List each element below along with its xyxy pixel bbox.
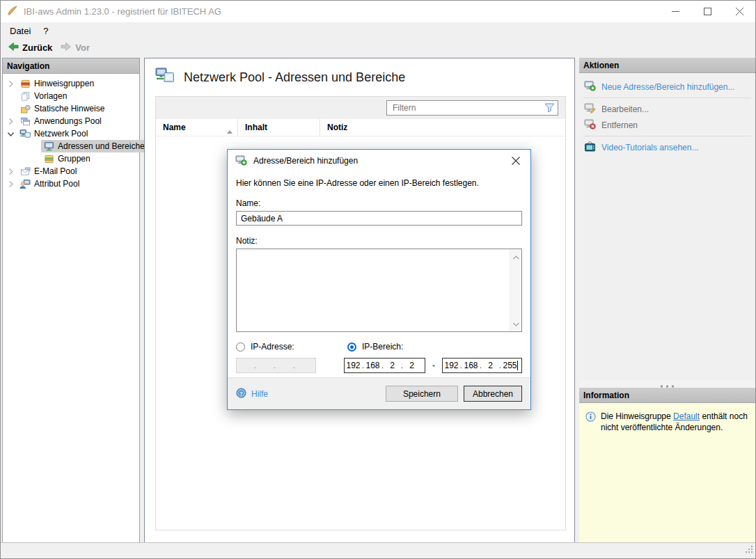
tv-icon xyxy=(584,141,596,154)
app-icon xyxy=(7,5,18,19)
note-input[interactable] xyxy=(237,249,510,331)
help-link[interactable]: ? Hilfe xyxy=(236,388,268,400)
actions-header: Aktionen xyxy=(579,58,755,73)
info-icon xyxy=(585,411,596,425)
column-header-notiz[interactable]: Notiz xyxy=(320,119,565,136)
panel-splitter[interactable] xyxy=(579,380,755,388)
sidebar-item-netzwerk-pool[interactable]: Netzwerk Pool xyxy=(3,127,139,140)
chevron-spacer xyxy=(8,105,15,113)
save-button[interactable]: Speichern xyxy=(386,386,458,402)
mail-icon xyxy=(19,166,31,177)
help-label: Hilfe xyxy=(251,389,268,399)
sidebar-item-adressen-und-bereiche[interactable]: Adressen und Bereiche xyxy=(3,140,139,152)
sidebar-item-label: Netzwerk Pool xyxy=(34,129,88,139)
text-cursor xyxy=(517,361,518,370)
resize-grip[interactable] xyxy=(744,544,753,556)
documents-icon xyxy=(19,90,31,102)
ip-type-options: IP-Adresse: IP-Bereich: xyxy=(236,342,522,352)
sidebar-item-vorlagen[interactable]: Vorlagen xyxy=(3,90,139,102)
action-new-address[interactable]: Neue Adresse/Bereich hinzufügen... xyxy=(579,79,755,94)
scroll-down-icon[interactable] xyxy=(513,319,519,329)
action-label: Video-Tutorials ansehen... xyxy=(601,143,698,152)
back-button[interactable]: Zurück xyxy=(3,40,56,55)
name-input[interactable] xyxy=(236,211,522,226)
maximize-button[interactable] xyxy=(691,1,723,22)
ip-address-label: IP-Adresse: xyxy=(251,342,294,352)
column-header-inhalt[interactable]: Inhalt xyxy=(238,119,320,136)
dialog-titlebar: Adresse/Bereich hinzufügen xyxy=(228,150,530,172)
user-monitor-icon xyxy=(19,178,31,189)
ip-range-radio[interactable]: IP-Bereich: xyxy=(347,342,403,352)
action-edit[interactable]: Bearbeiten... xyxy=(579,102,755,116)
filter-input-wrap xyxy=(386,100,558,116)
sidebar-item-attribut-pool[interactable]: Attribut Pool xyxy=(3,178,139,190)
chevron-spacer xyxy=(31,155,39,163)
chevron-right-icon[interactable] xyxy=(8,118,15,125)
sidebar-item-label: E-Mail Pool xyxy=(34,166,77,176)
dialog-body: Hier können Sie eine IP-Adresse oder ein… xyxy=(228,172,530,377)
dialog-close-button[interactable] xyxy=(501,150,530,172)
forward-label: Vor xyxy=(75,42,90,53)
note-field xyxy=(236,249,522,332)
column-header-name[interactable]: Name xyxy=(156,119,238,136)
sidebar-item-label: Adressen und Bereiche xyxy=(58,141,145,151)
sidebar-item-label: Hinweisgruppen xyxy=(34,79,94,88)
ip-address-input[interactable]: ... xyxy=(236,358,316,373)
minimize-button[interactable] xyxy=(659,1,691,22)
ip-address-radio[interactable]: IP-Adresse: xyxy=(236,342,347,352)
chevron-down-icon[interactable] xyxy=(8,130,15,138)
monitor-icon xyxy=(43,141,54,152)
sidebar-item-label: Gruppen xyxy=(58,154,90,164)
menu-help[interactable]: ? xyxy=(37,24,54,38)
monitor-remove-icon xyxy=(584,118,596,132)
sidebar-item-label: Statische Hinweise xyxy=(34,104,104,113)
svg-text:?: ? xyxy=(239,390,243,396)
titlebar: IBI-aws Admin 1.23.0 - registriert für I… xyxy=(1,1,755,22)
filter-input[interactable] xyxy=(387,103,541,113)
filter-bar xyxy=(156,97,565,119)
name-label: Name: xyxy=(236,198,522,208)
close-button[interactable] xyxy=(723,1,755,22)
back-label: Zurück xyxy=(22,42,52,53)
sidebar-item-label: Attribut Pool xyxy=(34,179,79,189)
information-body: Die Hinweisgruppe Default enthält noch n… xyxy=(579,403,755,543)
information-panel: Information Die Hinweisgruppe Default en… xyxy=(579,388,755,543)
scroll-up-icon[interactable] xyxy=(513,252,519,262)
app-window: IBI-aws Admin 1.23.0 - registriert für I… xyxy=(0,0,756,559)
add-address-dialog: Adresse/Bereich hinzufügen Hier können S… xyxy=(227,149,531,410)
filter-funnel-icon[interactable] xyxy=(541,103,558,113)
package-stack-icon xyxy=(19,78,31,89)
ip-range-from-input[interactable]: 192.168.2.2 xyxy=(344,358,425,373)
main-header: Netzwerk Pool - Adressen und Bereiche xyxy=(145,58,574,96)
chevron-spacer xyxy=(31,143,39,150)
ip-range-to-input[interactable]: 192.168.2.255 xyxy=(442,358,522,373)
action-video-tutorials[interactable]: Video-Tutorials ansehen... xyxy=(579,140,755,155)
sidebar-item-email-pool[interactable]: E-Mail Pool xyxy=(3,165,139,178)
chevron-right-icon[interactable] xyxy=(8,180,15,188)
dialog-footer: ? Hilfe Speichern Abbrechen xyxy=(228,377,530,409)
sidebar-item-statische-hinweise[interactable]: Statische Hinweise xyxy=(3,102,139,115)
default-group-link[interactable]: Default xyxy=(673,411,700,421)
right-column: Aktionen Neue Adresse/Bereich hinzufügen… xyxy=(579,58,755,543)
chevron-right-icon[interactable] xyxy=(8,80,15,88)
information-message: Die Hinweisgruppe Default enthält noch n… xyxy=(601,411,750,433)
information-header: Information xyxy=(579,388,755,403)
app-windows-icon xyxy=(19,116,31,127)
forward-button[interactable]: Vor xyxy=(56,40,94,55)
window-title: IBI-aws Admin 1.23.0 - registriert für I… xyxy=(24,6,221,17)
cancel-button[interactable]: Abbrechen xyxy=(464,386,522,402)
chevron-right-icon[interactable] xyxy=(8,168,15,175)
sidebar-item-gruppen[interactable]: Gruppen xyxy=(3,152,139,165)
sidebar-item-label: Vorlagen xyxy=(34,91,67,101)
radio-checked-icon xyxy=(347,343,356,352)
network-pool-icon xyxy=(155,67,175,88)
monitor-edit-icon xyxy=(584,102,596,116)
ip-range-label: IP-Bereich: xyxy=(362,342,403,352)
note-scrollbar[interactable] xyxy=(510,249,521,331)
toolbar: Zurück Vor xyxy=(1,39,755,56)
package-green-icon xyxy=(43,153,54,164)
action-remove[interactable]: Entfernen xyxy=(579,118,755,132)
menu-datei[interactable]: Datei xyxy=(3,24,37,38)
sidebar-item-hinweisgruppen[interactable]: Hinweisgruppen xyxy=(3,77,139,90)
sidebar-item-anwendungs-pool[interactable]: Anwendungs Pool xyxy=(3,115,139,127)
